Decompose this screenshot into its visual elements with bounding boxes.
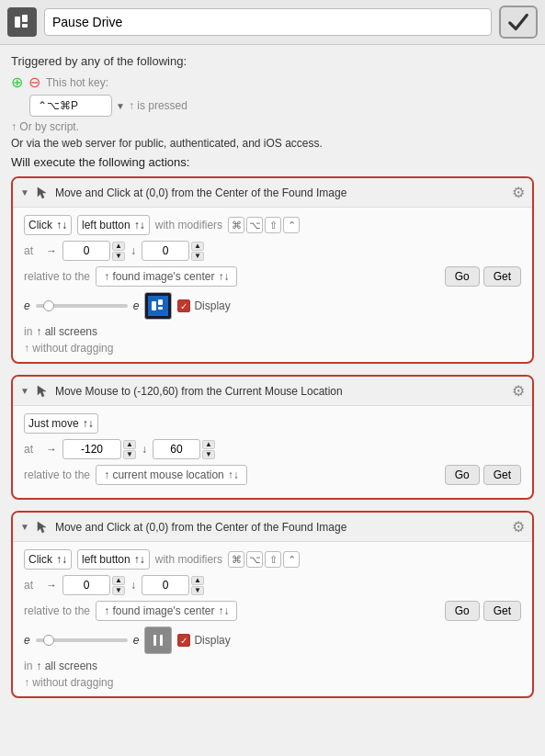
found-center-select-3[interactable]: ↑ found image's center ↑↓ <box>96 601 237 621</box>
y-up-3[interactable]: ▲ <box>191 576 204 585</box>
button-type-select-3[interactable]: left button ↑↓ <box>77 549 150 570</box>
card-toggle-3[interactable]: ▼ <box>20 522 29 532</box>
macro-title-input[interactable] <box>44 8 492 36</box>
relative-label-3: relative to the <box>24 604 90 617</box>
found-center-arrow-1: ↑↓ <box>218 270 229 283</box>
get-button-2[interactable]: Get <box>483 465 521 485</box>
y-up-1[interactable]: ▲ <box>191 242 204 251</box>
with-modifiers-label-3: with modifiers <box>155 553 222 566</box>
action-type-select-2[interactable]: Just move ↑↓ <box>24 413 98 434</box>
x-up-3[interactable]: ▲ <box>112 576 125 585</box>
go-button-1[interactable]: Go <box>445 266 480 287</box>
x-input-3[interactable] <box>62 575 110 595</box>
found-center-select-1[interactable]: ↑ found image's center ↑↓ <box>96 266 237 287</box>
triggered-label: Triggered by any of the following: <box>11 54 534 68</box>
x-down-2[interactable]: ▼ <box>123 450 136 459</box>
or-script-label: ↑ Or by script. <box>11 120 534 133</box>
action-type-arrow-2: ↑↓ <box>83 417 94 430</box>
image-thumbnail-3[interactable] <box>144 626 172 654</box>
hotkey-dropdown-arrow[interactable]: ▼ <box>116 101 125 111</box>
card-body-2: Just move ↑↓ at → ▲ ▼ ↓ <box>13 406 532 498</box>
card-toggle-1[interactable]: ▼ <box>20 187 29 197</box>
y-input-3[interactable] <box>142 575 189 595</box>
x-input-2[interactable] <box>62 439 121 459</box>
y-down-2[interactable]: ▼ <box>202 450 215 459</box>
in-label-3: in <box>24 660 32 672</box>
in-label-1: in <box>24 325 32 338</box>
card-toggle-2[interactable]: ▼ <box>20 386 29 396</box>
remove-trigger-button[interactable]: ⊖ <box>28 73 40 91</box>
y-down-3[interactable]: ▼ <box>191 586 204 595</box>
card-gear-3[interactable]: ⚙ <box>512 518 525 536</box>
x-down-3[interactable]: ▼ <box>112 586 125 595</box>
go-button-3[interactable]: Go <box>445 601 480 621</box>
x-up-1[interactable]: ▲ <box>112 242 125 251</box>
y-arrow-1: ↓ <box>131 244 136 257</box>
slider-row-3: e e Display <box>24 626 521 654</box>
add-trigger-button[interactable]: ⊕ <box>11 73 23 91</box>
slider-track-3[interactable] <box>36 638 128 642</box>
card-gear-1[interactable]: ⚙ <box>512 184 525 201</box>
confirm-button[interactable] <box>499 6 538 39</box>
display-checkbox-1[interactable] <box>177 299 190 312</box>
button-type-select-1[interactable]: left button ↑↓ <box>77 215 150 235</box>
slider-thumb-1[interactable] <box>43 300 54 311</box>
x-arrow-1: → <box>46 244 57 257</box>
modifier-keys-3: ⌘ ⌥ ⇧ ⌃ <box>228 551 300 568</box>
y-input-2[interactable] <box>153 439 200 459</box>
go-button-2[interactable]: Go <box>445 465 480 485</box>
button-type-arrow-1: ↑↓ <box>134 219 145 231</box>
slider-thumb-3[interactable] <box>43 635 54 646</box>
modifier-cmd-1[interactable]: ⌘ <box>228 217 244 233</box>
y-stepper-1: ▲ ▼ <box>142 241 204 261</box>
x-up-2[interactable]: ▲ <box>123 440 136 449</box>
get-button-1[interactable]: Get <box>483 266 521 287</box>
x-stepper-arrows-3: ▲ ▼ <box>112 576 125 595</box>
modifier-opt-3[interactable]: ⌥ <box>246 551 263 568</box>
x-stepper-1: ▲ ▼ <box>62 241 125 261</box>
y-down-1[interactable]: ▼ <box>191 252 204 261</box>
main-content: Triggered by any of the following: ⊕ ⊖ T… <box>0 45 545 718</box>
modifier-ctrl-3[interactable]: ⌃ <box>283 551 300 568</box>
y-stepper-3: ▲ ▼ <box>142 575 204 595</box>
card-title-2: Move Mouse to (-120,60) from the Current… <box>55 385 506 398</box>
action-type-select-3[interactable]: Click ↑↓ <box>24 549 72 570</box>
modifier-shift-1[interactable]: ⇧ <box>265 217 281 233</box>
modifier-keys-1: ⌘ ⌥ ⇧ ⌃ <box>228 217 300 233</box>
screens-select-1[interactable]: ↑ all screens <box>36 325 97 338</box>
hotkey-row: ⊕ ⊖ This hot key: <box>11 73 534 91</box>
card-gear-2[interactable]: ⚙ <box>512 382 525 400</box>
modifier-ctrl-1[interactable]: ⌃ <box>283 217 300 233</box>
action-type-select-1[interactable]: Click ↑↓ <box>24 215 72 235</box>
action-card-1: ▼ Move and Click at (0,0) from the Cente… <box>11 176 534 364</box>
display-checkbox-3[interactable] <box>177 634 190 647</box>
or-web-label: Or via the web server for public, authen… <box>11 137 534 150</box>
x-down-1[interactable]: ▼ <box>112 252 125 261</box>
modifier-cmd-3[interactable]: ⌘ <box>228 551 244 568</box>
image-thumbnail-1[interactable] <box>144 292 172 320</box>
at-row-2: at → ▲ ▼ ↓ ▲ ▼ <box>24 439 521 459</box>
display-check-row-3: Display <box>177 634 230 647</box>
relative-row-2: relative to the ↑ current mouse location… <box>24 465 521 485</box>
action-type-label-2: Just move <box>28 417 79 430</box>
x-input-1[interactable] <box>62 241 110 261</box>
y-up-2[interactable]: ▲ <box>202 440 215 449</box>
y-input-1[interactable] <box>142 241 189 261</box>
slider-track-1[interactable] <box>36 304 128 308</box>
screens-label-1: ↑ all screens <box>36 325 97 338</box>
found-center-select-2[interactable]: ↑ current mouse location ↑↓ <box>96 465 247 485</box>
modifier-shift-3[interactable]: ⇧ <box>265 551 281 568</box>
modifier-opt-1[interactable]: ⌥ <box>246 217 263 233</box>
slider-right-e-1: e <box>133 299 140 312</box>
relative-label-1: relative to the <box>24 270 90 283</box>
slider-left-e-3: e <box>24 634 30 647</box>
svg-rect-7 <box>158 307 163 310</box>
found-center-label-3: ↑ found image's center <box>104 604 214 617</box>
screens-select-3[interactable]: ↑ all screens <box>36 660 97 672</box>
relative-row-3: relative to the ↑ found image's center ↑… <box>24 601 521 621</box>
hotkey-value-box[interactable]: ⌃⌥⌘P <box>29 95 112 117</box>
display-label-3: Display <box>194 634 230 647</box>
execute-label: Will execute the following actions: <box>11 155 534 169</box>
get-button-3[interactable]: Get <box>483 601 521 621</box>
display-check-row-1: Display <box>177 299 230 312</box>
